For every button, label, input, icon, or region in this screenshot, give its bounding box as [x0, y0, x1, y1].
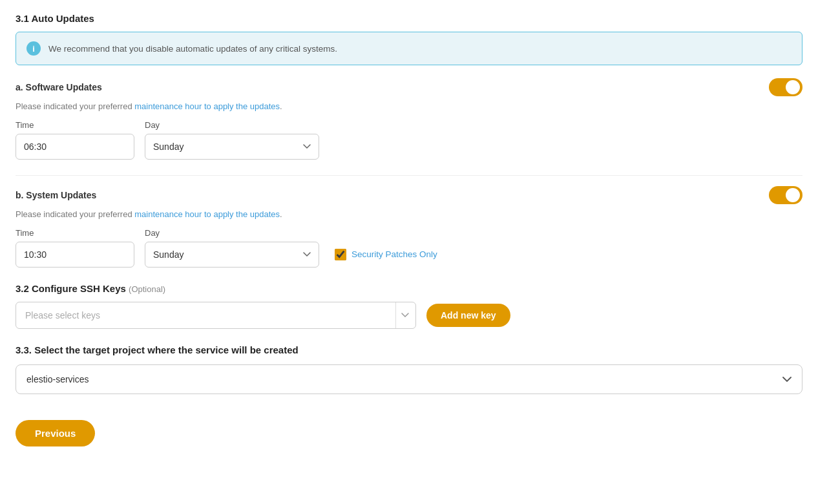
system-time-group: Time — [16, 228, 134, 268]
software-updates-label: a. Software Updates — [16, 82, 102, 92]
software-updates-section: a. Software Updates Please indicated you… — [16, 78, 802, 160]
security-patches-label: Security Patches Only — [351, 249, 437, 259]
system-updates-section: b. System Updates Please indicated your … — [16, 186, 802, 268]
system-day-label: Day — [145, 228, 319, 238]
section-3-1-title: 3.1 Auto Updates — [16, 13, 802, 24]
toggle-thumb-software — [786, 80, 800, 94]
system-updates-label: b. System Updates — [16, 190, 96, 200]
toggle-track-system — [769, 186, 802, 204]
project-chevron-icon — [782, 373, 792, 385]
section-3-2: 3.2 Configure SSH Keys (Optional) Please… — [16, 283, 802, 329]
software-day-select[interactable]: Sunday Monday Tuesday Wednesday Thursday… — [145, 134, 319, 160]
security-patches-checkbox[interactable] — [335, 249, 346, 260]
security-patches-row: Security Patches Only — [335, 249, 437, 260]
software-time-input[interactable] — [16, 134, 134, 160]
keys-row: Please select keys Add new key — [16, 302, 802, 329]
previous-button[interactable]: Previous — [16, 420, 95, 446]
software-updates-fields: Time Day Sunday Monday Tuesday Wednesday… — [16, 120, 802, 160]
system-day-select[interactable]: Sunday Monday Tuesday Wednesday Thursday… — [145, 242, 319, 268]
software-time-label: Time — [16, 120, 134, 130]
section-3-3-title: 3.3. Select the target project where the… — [16, 344, 802, 355]
project-select-container[interactable]: elestio-services — [16, 364, 802, 394]
section-3-2-title: 3.2 Configure SSH Keys (Optional) — [16, 283, 802, 294]
software-updates-hint: Please indicated your preferred maintena… — [16, 101, 802, 111]
divider-1 — [16, 175, 802, 176]
software-day-group: Day Sunday Monday Tuesday Wednesday Thur… — [145, 120, 319, 160]
section-3-2-title-text: 3.2 Configure SSH Keys — [16, 283, 126, 294]
keys-select-placeholder: Please select keys — [25, 310, 395, 320]
toggle-track-software — [769, 78, 802, 96]
system-updates-fields: Time Day Sunday Monday Tuesday Wednesday… — [16, 228, 802, 268]
toggle-thumb-system — [786, 188, 800, 202]
system-time-label: Time — [16, 228, 134, 238]
info-banner-text: We recommend that you disable automatic … — [48, 44, 337, 54]
system-updates-hint: Please indicated your preferred maintena… — [16, 209, 802, 219]
software-day-label: Day — [145, 120, 319, 130]
project-select-value: elestio-services — [26, 374, 782, 384]
optional-badge: (Optional) — [129, 284, 165, 294]
system-day-group: Day Sunday Monday Tuesday Wednesday Thur… — [145, 228, 319, 268]
info-banner: i We recommend that you disable automati… — [16, 32, 802, 65]
add-new-key-button[interactable]: Add new key — [426, 304, 510, 327]
system-time-input[interactable] — [16, 242, 134, 268]
info-icon: i — [26, 41, 41, 56]
hint-link-system[interactable]: maintenance hour to apply the updates — [134, 209, 280, 219]
software-updates-header: a. Software Updates — [16, 78, 802, 96]
keys-select-container[interactable]: Please select keys — [16, 302, 416, 329]
hint-link-software[interactable]: maintenance hour to apply the updates — [134, 101, 280, 111]
software-updates-toggle[interactable] — [769, 78, 802, 96]
system-updates-header: b. System Updates — [16, 186, 802, 204]
section-3-3: 3.3. Select the target project where the… — [16, 344, 802, 394]
system-updates-toggle[interactable] — [769, 186, 802, 204]
keys-dropdown-icon — [395, 302, 409, 328]
software-time-group: Time — [16, 120, 134, 160]
